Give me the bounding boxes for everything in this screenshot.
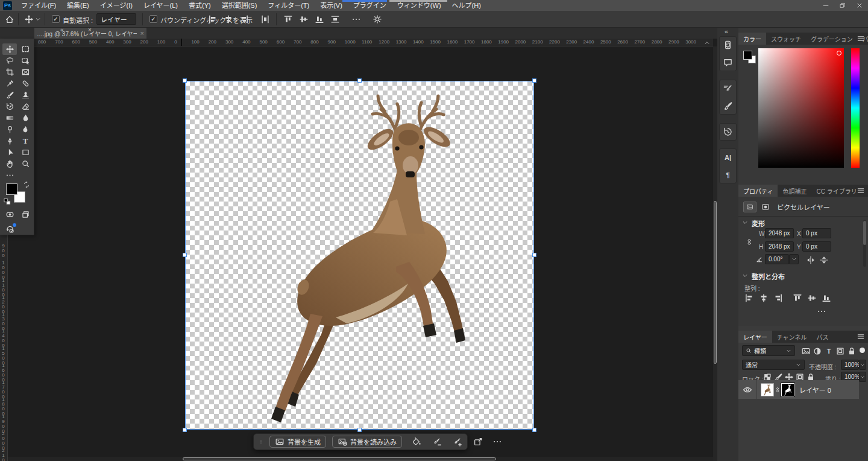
bounding-box-checkbox[interactable]: ✓ xyxy=(149,15,157,23)
tool-blur[interactable] xyxy=(18,112,33,124)
blend-mode-dropdown[interactable]: 通常 xyxy=(742,360,805,370)
transform-handle-ne[interactable] xyxy=(532,78,536,83)
layer-row[interactable]: レイヤー 0 xyxy=(738,380,859,399)
transform-handle-sw[interactable] xyxy=(183,428,187,432)
align-section-chevron[interactable] xyxy=(742,273,748,279)
align-middle-vertical-icon[interactable] xyxy=(299,14,309,24)
transform-handle-w[interactable] xyxy=(183,253,187,257)
collapse-panels-icon[interactable]: « xyxy=(725,28,728,35)
tool-rectangle[interactable] xyxy=(18,147,33,158)
angle-dropdown[interactable] xyxy=(789,254,799,264)
taskbar-more-icon[interactable] xyxy=(492,437,502,447)
chevron-up-icon[interactable] xyxy=(704,40,710,46)
pixel-layer-icon[interactable] xyxy=(743,202,756,212)
tool-burn[interactable] xyxy=(18,124,33,135)
filter-pixel-layers-icon[interactable] xyxy=(801,346,811,356)
x-field[interactable]: 0 px xyxy=(802,228,831,238)
scrollbar-thumb[interactable] xyxy=(183,457,496,460)
menu-item-5[interactable]: 選択範囲(S) xyxy=(216,0,263,11)
load-background-button[interactable]: 背景を読み込み xyxy=(332,436,402,448)
properties-panel-tab[interactable]: プロパティ xyxy=(738,185,778,197)
align-center-horizontal-icon[interactable] xyxy=(224,14,233,24)
screen-mode-icon[interactable] xyxy=(21,210,30,219)
align-bottom-icon[interactable] xyxy=(822,293,831,303)
layer-visibility-eye-icon[interactable] xyxy=(743,385,752,395)
align-top-icon[interactable] xyxy=(283,14,293,24)
properties-panel-menu-icon[interactable] xyxy=(857,186,865,195)
tool-move[interactable] xyxy=(2,43,17,55)
fill-dropdown[interactable] xyxy=(859,372,866,382)
tool-object-selection[interactable] xyxy=(18,55,33,66)
brushes-icon[interactable] xyxy=(723,101,733,111)
saturation-brightness-field[interactable] xyxy=(758,48,844,168)
tab-close-icon[interactable]: × xyxy=(140,30,144,37)
tool-type[interactable]: T xyxy=(18,135,33,147)
flip-horizontal-icon[interactable] xyxy=(806,255,816,265)
tool-history-brush[interactable] xyxy=(2,101,17,112)
tool-eyedropper[interactable] xyxy=(2,78,17,89)
align-left-icon[interactable] xyxy=(744,293,754,303)
flip-vertical-icon[interactable] xyxy=(819,255,829,265)
mask-icon[interactable] xyxy=(759,202,772,212)
height-field[interactable]: 2048 px xyxy=(765,241,794,252)
tool-pen[interactable] xyxy=(2,135,17,147)
quick-mask-icon[interactable] xyxy=(5,210,14,219)
tool-spot-healing[interactable] xyxy=(18,78,33,89)
filter-type-layers-icon[interactable]: T xyxy=(824,346,834,356)
pasteboard[interactable]: 背景を生成 背景を読み込み xyxy=(8,46,713,461)
transform-handle-e[interactable] xyxy=(532,253,536,257)
comments-icon[interactable] xyxy=(723,57,733,68)
history-icon[interactable] xyxy=(723,127,733,137)
tool-lasso[interactable] xyxy=(2,55,17,66)
color-panel-tab[interactable]: グラデーション xyxy=(806,33,858,45)
align-middle-vertical-icon[interactable] xyxy=(807,293,817,303)
tool-clone-stamp[interactable] xyxy=(18,89,33,101)
transform-handle-s[interactable] xyxy=(357,428,362,432)
generate-background-button[interactable]: 背景を生成 xyxy=(269,436,326,448)
taskbar-drag-handle[interactable] xyxy=(259,436,263,447)
tool-preset-chevron-icon[interactable] xyxy=(35,14,41,24)
align-right-icon[interactable] xyxy=(773,293,783,303)
layer-filter-toggle[interactable] xyxy=(860,348,865,353)
color-panel-tab[interactable]: カラー xyxy=(738,33,766,45)
default-colors-icon[interactable] xyxy=(4,198,11,205)
layers-panel-tab[interactable]: レイヤー xyxy=(738,331,772,343)
y-field[interactable]: 0 px xyxy=(802,241,831,252)
foreground-color-mini[interactable] xyxy=(743,51,752,60)
tool-hand[interactable] xyxy=(2,158,17,170)
minimize-button[interactable] xyxy=(817,0,834,11)
layers-panel-tab[interactable]: チャンネル xyxy=(772,331,812,343)
mask-link-icon[interactable] xyxy=(775,386,781,394)
align-right-icon[interactable] xyxy=(239,14,249,24)
character-panel-icon[interactable]: A| xyxy=(723,152,733,162)
layer-mask-thumbnail[interactable] xyxy=(781,383,794,396)
menu-item-2[interactable]: イメージ(I) xyxy=(95,0,138,11)
tool-gradient[interactable] xyxy=(2,112,17,124)
document-horizontal-scrollbar[interactable] xyxy=(8,457,713,461)
color-panel-swatches[interactable] xyxy=(743,51,756,64)
properties-scrollbar[interactable] xyxy=(863,220,866,267)
home-icon[interactable] xyxy=(5,14,14,24)
layers-panel-menu-icon[interactable] xyxy=(857,332,865,341)
align-center-horizontal-icon[interactable] xyxy=(759,293,769,303)
more-options-icon[interactable] xyxy=(351,14,361,24)
tool-rectangular-marquee[interactable] xyxy=(18,43,33,55)
filter-adjustment-layers-icon[interactable] xyxy=(813,346,822,356)
layer-options-icon[interactable] xyxy=(473,437,483,447)
distribute-horizontal-icon[interactable] xyxy=(260,14,270,24)
subtract-from-mask-icon[interactable] xyxy=(432,437,442,447)
menu-item-0[interactable]: ファイル(F) xyxy=(16,0,61,11)
menu-item-10[interactable]: ヘルプ(H) xyxy=(447,0,486,11)
gear-icon[interactable] xyxy=(373,14,382,24)
swap-colors-icon[interactable] xyxy=(23,181,30,188)
menu-item-3[interactable]: レイヤー(L) xyxy=(138,0,183,11)
tool-crop[interactable] xyxy=(2,66,17,78)
distribute-vertical-icon[interactable] xyxy=(330,14,340,24)
fill-icon[interactable] xyxy=(412,437,421,447)
link-dimensions-icon[interactable] xyxy=(746,233,753,251)
align-left-icon[interactable] xyxy=(208,14,218,24)
layer-thumbnail[interactable] xyxy=(761,383,774,396)
tool-brush[interactable] xyxy=(2,89,17,101)
layer-name[interactable]: レイヤー 0 xyxy=(799,385,831,395)
color-panel-tab[interactable]: スウォッチ xyxy=(766,33,806,45)
